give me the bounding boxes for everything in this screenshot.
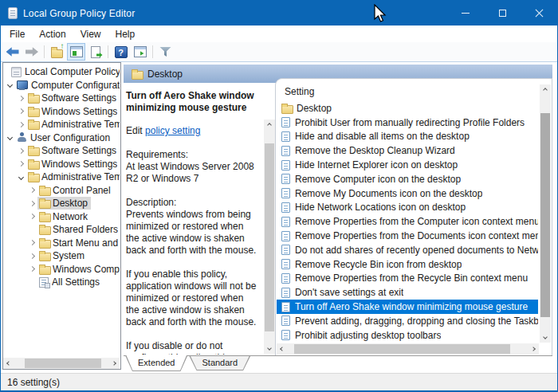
setting-row-don-t-save-settings-at-exit[interactable]: Don't save settings at exit — [277, 285, 538, 300]
tree-item-core: Software Settings — [26, 144, 120, 157]
setting-column-header[interactable]: Setting — [276, 79, 552, 97]
tree-item-windows-settings[interactable]: Windows Settings — [3, 158, 120, 171]
forward-button[interactable] — [22, 43, 41, 61]
scroll-up-arrow[interactable] — [264, 120, 275, 131]
chevron-right-icon[interactable] — [27, 241, 37, 245]
setting-row-remove-properties-from-the-recycle-bin-context-menu[interactable]: Remove Properties from the Recycle Bin c… — [277, 272, 538, 286]
tree-item-user-configuration[interactable]: User Configuration — [3, 131, 120, 145]
scroll-right-arrow[interactable] — [108, 358, 120, 369]
setting-row-desktop[interactable]: Desktop — [277, 101, 538, 116]
list-vertical-scrollbar[interactable] — [540, 84, 551, 343]
chevron-right-icon[interactable] — [16, 123, 26, 127]
scroll-left-arrow[interactable] — [277, 343, 288, 355]
setting-row-prevent-adding-dragging-dropping-and-closing-the-taskbar[interactable]: Prevent adding, dragging, dropping and c… — [277, 314, 538, 328]
menu-view[interactable]: View — [73, 27, 108, 41]
scroll-left-arrow[interactable] — [3, 358, 14, 369]
setting-row-remove-properties-from-the-computer-icon-context-menu[interactable]: Remove Properties from the Computer icon… — [277, 214, 538, 229]
scrollbar-thumb[interactable] — [294, 344, 510, 354]
tree-item-system[interactable]: System — [3, 249, 120, 263]
filter-button[interactable] — [156, 43, 175, 61]
tree-item-control-panel[interactable]: Control Panel — [3, 184, 120, 198]
tab-standard[interactable]: Standard — [189, 356, 250, 370]
policy-setting-link[interactable]: policy setting — [145, 125, 200, 136]
chevron-right-icon[interactable] — [16, 109, 26, 113]
tree-item-core: Start Menu and Taskbar — [37, 237, 120, 249]
chevron-right-icon[interactable] — [16, 162, 26, 166]
tree-item-software-settings[interactable]: Software Settings — [3, 92, 120, 105]
close-button[interactable] — [521, 1, 557, 25]
setting-row-prohibit-adjusting-desktop-toolbars[interactable]: Prohibit adjusting desktop toolbars — [277, 328, 538, 343]
chevron-right-icon[interactable] — [27, 267, 37, 271]
setting-row-hide-internet-explorer-icon-on-desktop[interactable]: Hide Internet Explorer icon on desktop — [277, 158, 538, 172]
tree-item-windows-settings[interactable]: Windows Settings — [3, 105, 120, 119]
tree-item-administrative-templates[interactable]: Administrative Templates — [3, 118, 120, 131]
local-group-policy-editor-window: Local Group Policy Editor FileActionView… — [0, 0, 558, 392]
export-list-button[interactable] — [86, 43, 104, 61]
scroll-right-arrow[interactable] — [528, 343, 539, 355]
scroll-down-arrow[interactable] — [264, 343, 275, 354]
scrollbar-thumb[interactable] — [540, 113, 550, 317]
setting-row-remove-my-documents-icon-on-the-desktop[interactable]: Remove My Documents icon on the desktop — [277, 186, 538, 201]
scroll-down-arrow[interactable] — [540, 331, 551, 343]
setting-row-do-not-add-shares-of-recently-opened-documents-to-network[interactable]: Do not add shares of recently opened doc… — [277, 243, 538, 257]
scrollbar-thumb[interactable] — [265, 143, 274, 331]
tab-extended[interactable]: Extended — [125, 355, 187, 371]
list-horizontal-scrollbar[interactable] — [277, 343, 539, 355]
show-console-tree-button[interactable] — [67, 43, 85, 61]
scrollbar-track[interactable] — [264, 131, 275, 343]
tree-item-desktop[interactable]: Desktop — [3, 197, 120, 210]
setting-row-prohibit-user-from-manually-redirecting-profile-folders[interactable]: Prohibit User from manually redirecting … — [277, 116, 538, 130]
scrollbar-track[interactable] — [288, 343, 528, 355]
help-button[interactable]: ? — [112, 43, 130, 61]
chevron-down-icon[interactable] — [5, 83, 15, 87]
titlebar[interactable]: Local Group Policy Editor — [1, 1, 557, 25]
setting-row-hide-network-locations-icon-on-desktop[interactable]: Hide Network Locations icon on desktop — [277, 201, 538, 215]
tree-item-core: All Settings — [37, 276, 103, 288]
window-title: Local Group Policy Editor — [23, 8, 135, 19]
tree-item-all-settings[interactable]: All Settings — [3, 276, 120, 289]
chevron-right-icon[interactable] — [27, 202, 37, 206]
folder-icon — [28, 159, 38, 169]
scroll-up-arrow[interactable] — [540, 84, 551, 96]
setting-row-turn-off-aero-shake-window-minimizing-mouse-gesture[interactable]: Turn off Aero Shake window minimizing mo… — [277, 300, 538, 314]
show-action-pane-button[interactable] — [131, 43, 149, 61]
maximize-button[interactable] — [484, 1, 521, 25]
description-paragraph: If you enable this policy, application w… — [126, 269, 258, 328]
back-button[interactable] — [3, 43, 22, 61]
tree-item-administrative-templates[interactable]: Administrative Templates — [3, 171, 120, 184]
up-one-level-button[interactable]: ↑ — [48, 43, 66, 61]
setting-row-remove-computer-icon-on-the-desktop[interactable]: Remove Computer icon on the desktop — [277, 172, 538, 186]
setting-row-remove-the-desktop-cleanup-wizard[interactable]: Remove the Desktop Cleanup Wizard — [277, 143, 538, 158]
minimize-button[interactable] — [447, 1, 484, 25]
description-vertical-scrollbar[interactable] — [264, 120, 275, 354]
menu-action[interactable]: Action — [32, 27, 73, 41]
setting-row-remove-properties-from-the-documents-icon-context-menu[interactable]: Remove Properties from the Documents ico… — [277, 229, 538, 243]
menu-help[interactable]: Help — [108, 27, 143, 41]
chevron-right-icon[interactable] — [27, 188, 37, 192]
folder-icon — [39, 225, 49, 234]
menu-file[interactable]: File — [2, 27, 32, 41]
chevron-down-icon[interactable] — [16, 175, 26, 179]
tree-item-software-settings[interactable]: Software Settings — [3, 144, 120, 158]
scrollbar-track[interactable] — [14, 358, 108, 369]
chevron-down-icon[interactable] — [5, 135, 15, 139]
chevron-right-icon[interactable] — [27, 254, 37, 258]
chevron-right-icon[interactable] — [16, 96, 26, 100]
chevron-right-icon[interactable] — [16, 149, 26, 153]
chevron-down-icon — [543, 335, 548, 339]
tab-label: Extended — [138, 358, 175, 367]
policy-description: Prevents windows from being minimized or… — [126, 209, 258, 355]
setting-icon — [281, 288, 290, 298]
tree-item-start-menu-and-taskbar[interactable]: Start Menu and Taskbar — [3, 237, 120, 250]
tree-horizontal-scrollbar[interactable] — [3, 358, 120, 369]
scrollbar-thumb[interactable] — [25, 359, 101, 368]
chevron-right-icon[interactable] — [27, 214, 37, 218]
tree-item-local-computer-policy[interactable]: Local Computer Policy — [3, 65, 120, 79]
tree-item-windows-components[interactable]: Windows Components — [3, 263, 120, 276]
tree-item-shared-folders[interactable]: Shared Folders — [3, 223, 120, 237]
setting-row-hide-and-disable-all-items-on-the-desktop[interactable]: Hide and disable all items on the deskto… — [277, 130, 538, 144]
tree-item-computer-configuration[interactable]: Computer Configuration — [3, 79, 120, 92]
scrollbar-track[interactable] — [540, 96, 551, 331]
setting-row-remove-recycle-bin-icon-from-desktop[interactable]: Remove Recycle Bin icon from desktop — [277, 257, 538, 272]
tree-item-network[interactable]: Network — [3, 210, 120, 224]
